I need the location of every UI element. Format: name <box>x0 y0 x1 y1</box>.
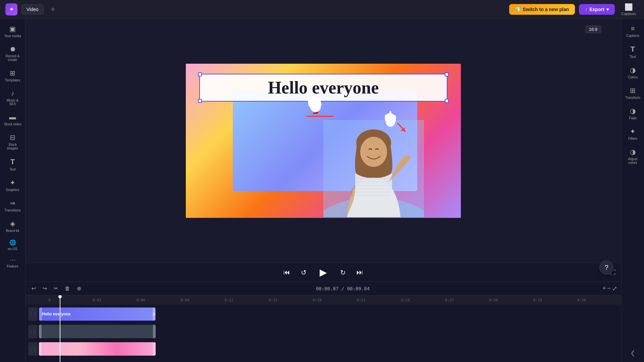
cursor-hand-2 <box>384 111 408 138</box>
redo-button[interactable]: ↪ <box>41 284 49 293</box>
sidebar-item-language[interactable]: 🌐 en-US <box>1 237 24 253</box>
rewind-5s-button[interactable]: ↺ <box>300 267 308 278</box>
media-icon: ▣ <box>9 25 16 33</box>
ruler-mark-0: 0 <box>48 298 92 302</box>
text-clip[interactable]: Hello everyone ⏸ <box>39 307 156 321</box>
right-panel-transform[interactable]: ⊞ Transform <box>623 83 643 103</box>
play-button[interactable]: ▶ <box>316 265 331 280</box>
captions-button[interactable]: ⬜ Captions <box>619 2 639 17</box>
sidebar-label-templates: Templates <box>5 78 20 82</box>
brand-icon: ◈ <box>10 220 15 228</box>
forward-5s-button[interactable]: ↻ <box>339 267 347 278</box>
right-transform-icon: ⊞ <box>630 86 636 95</box>
aspect-ratio-badge[interactable]: 16:9 <box>585 25 601 33</box>
sidebar-item-templates[interactable]: ⊞ Templates <box>1 66 24 85</box>
svg-point-5 <box>360 137 387 167</box>
ruler-mark-12: 0:36 <box>577 298 621 302</box>
sidebar-item-brand-kit[interactable]: ◈ Brand kit <box>1 216 24 236</box>
skip-to-end-button[interactable]: ⏭ <box>355 267 365 278</box>
total-time: 00:09.84 <box>347 286 370 291</box>
stock-video-icon: ▬ <box>9 113 16 121</box>
right-fade-icon: ◑ <box>630 107 636 115</box>
magic-icon[interactable]: ✧ <box>48 4 58 14</box>
canvas-area[interactable]: Hello everyone <box>25 19 621 263</box>
ruler-mark-3: 0:09 <box>180 298 224 302</box>
sidebar-label-more-features: Feature <box>7 264 18 268</box>
transitions-icon: ⇒ <box>10 199 15 207</box>
sidebar-item-text[interactable]: T Text <box>1 154 24 175</box>
right-fade-label: Fade <box>629 116 637 120</box>
ruler-mark-11: 0:33 <box>533 298 577 302</box>
export-dropdown-icon: ▾ <box>606 7 609 12</box>
clip-end-handle-text[interactable]: ⏸ <box>153 308 155 320</box>
sidebar-item-your-media[interactable]: ▣ Your media <box>1 21 24 41</box>
switch-plan-button[interactable]: 💎 Switch to a new plan <box>509 4 575 15</box>
skip-to-start-button[interactable]: ⏮ <box>282 267 291 278</box>
right-filters-icon: ✦ <box>630 127 636 135</box>
clip-start-handle-bg[interactable] <box>39 342 42 356</box>
right-panel-filters[interactable]: ✦ Filters <box>623 124 643 144</box>
zoom-in-button[interactable]: + <box>602 285 606 292</box>
captions-icon: ⬜ <box>625 3 633 11</box>
track-handle-text: ⋮⋮ <box>28 307 38 321</box>
sidebar-item-transitions[interactable]: ⇒ Transitions <box>1 196 24 216</box>
right-panel-adjust-colors[interactable]: ◑ Adjustcolors <box>623 144 643 168</box>
right-sidebar-collapse-button[interactable]: ❮ <box>628 347 638 359</box>
sidebar-item-music-sfx[interactable]: ♪ Music & SFX <box>1 86 24 109</box>
left-sidebar: ▣ Your media ⏺ Record &create ⊞ Template… <box>0 19 25 362</box>
handle-bottom-right[interactable] <box>445 99 449 103</box>
clip-end-handle-video[interactable] <box>153 325 156 338</box>
zoom-controls: + − ⤢ <box>602 285 617 292</box>
canvas[interactable]: Hello everyone <box>186 64 461 218</box>
sidebar-item-graphics[interactable]: ✦ Graphics <box>1 175 24 195</box>
right-captions-label: Captions <box>626 34 639 38</box>
right-adjust-colors-label: Adjustcolors <box>628 157 638 165</box>
right-panel-fade[interactable]: ◑ Fade <box>623 104 643 123</box>
handle-top-left[interactable] <box>198 72 202 76</box>
clip-start-handle-text[interactable] <box>39 308 42 320</box>
handle-top-right[interactable] <box>445 72 449 76</box>
language-icon: 🌐 <box>9 239 16 246</box>
video-button[interactable]: Video <box>21 4 44 14</box>
right-panel-captions[interactable]: ≡ Captions <box>623 21 643 41</box>
timeline-toolbar: ↩ ↪ ✂ 🗑 ⊕ 00:00.87 / 00:09.84 + − ⤢ <box>25 282 621 295</box>
sidebar-item-more-features[interactable]: ⋯ Feature <box>1 254 24 271</box>
sidebar-item-stock-images[interactable]: ⊟ Stock images <box>1 130 24 154</box>
fit-to-screen-button[interactable]: ⤢ <box>612 285 617 292</box>
sidebar-label-music-sfx: Music & SFX <box>4 99 21 106</box>
right-colors-icon: ◑ <box>630 66 636 74</box>
sidebar-label-stock-images: Stock images <box>4 143 21 150</box>
person-video <box>283 119 461 218</box>
text-overlay[interactable]: Hello everyone <box>199 74 447 102</box>
undo-button[interactable]: ↩ <box>30 284 38 293</box>
cut-button[interactable]: ✂ <box>52 284 60 293</box>
ruler-mark-7: 0:21 <box>357 298 401 302</box>
right-adjust-colors-icon: ◑ <box>630 148 636 156</box>
more-features-icon: ⋯ <box>10 257 15 263</box>
track-handle-icon-bg: ⋮⋮ <box>29 347 37 351</box>
text-clip-label: Hello everyone <box>42 312 70 316</box>
graphics-icon: ✦ <box>10 179 15 187</box>
help-button[interactable]: ? <box>599 260 614 275</box>
handle-bottom-left[interactable] <box>198 99 202 103</box>
sidebar-item-record-create[interactable]: ⏺ Record &create <box>1 42 24 65</box>
track-row-video: ⋮⋮ <box>28 323 619 340</box>
topbar: ✦ Video ✧ 💎 Switch to a new plan ↑ Expor… <box>0 0 644 19</box>
timeline-ruler: 0 0:03 0:06 0:09 0:12 0:15 0:18 0:21 0:2… <box>25 295 621 305</box>
svg-rect-13 <box>313 112 318 114</box>
background-clip[interactable] <box>39 342 156 356</box>
right-filters-label: Filters <box>628 137 637 140</box>
delete-button[interactable]: 🗑 <box>63 284 72 293</box>
export-icon: ↑ <box>585 7 587 12</box>
sidebar-label-brand-kit: Brand kit <box>6 229 19 233</box>
video-clip[interactable] <box>39 325 156 338</box>
right-panel-colors[interactable]: ◑ Colors <box>623 63 643 82</box>
export-button[interactable]: ↑ Export ▾ <box>579 4 614 15</box>
sidebar-label-language: en-US <box>8 247 17 251</box>
clip-end-handle-bg[interactable] <box>153 342 156 356</box>
duplicate-button[interactable]: ⊕ <box>75 284 83 293</box>
zoom-out-button[interactable]: − <box>607 285 611 292</box>
clip-start-handle-video[interactable] <box>39 325 42 338</box>
right-panel-text[interactable]: T Text <box>623 42 643 62</box>
sidebar-item-stock-video[interactable]: ▬ Stock video <box>1 110 24 129</box>
